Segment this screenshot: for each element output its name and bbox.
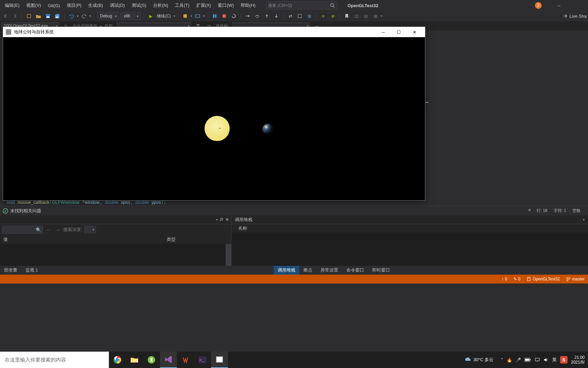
notification-badge[interactable]: 2	[535, 2, 542, 9]
scroll-left-icon[interactable]: ◀	[528, 208, 530, 214]
taskbar-clock[interactable]: 21:00 2021/8/	[571, 355, 585, 365]
bookmark-icon[interactable]	[343, 12, 351, 20]
redo-icon[interactable]	[80, 12, 88, 20]
col-type[interactable]: 类型	[167, 236, 176, 243]
menu-project[interactable]: 项目(P)	[63, 0, 85, 11]
tray-app-icon[interactable]: 🔥	[507, 357, 512, 363]
tray-network-icon[interactable]	[535, 357, 540, 362]
tab-callstack[interactable]: 调用堆栈	[274, 266, 299, 275]
save-icon[interactable]	[44, 12, 52, 20]
minimize-button[interactable]: ─	[375, 27, 391, 37]
sogou-ime-icon[interactable]: S	[560, 356, 568, 364]
tool-icon[interactable]: ⇄	[286, 12, 294, 20]
continue-button[interactable]: ▶	[147, 12, 155, 20]
undo-icon[interactable]	[67, 12, 76, 20]
pause-icon[interactable]	[211, 12, 219, 20]
tool-icon[interactable]	[194, 12, 202, 20]
tool-icon[interactable]	[181, 12, 189, 20]
menu-test[interactable]: 测试(S)	[128, 0, 150, 11]
taskbar-opengl-app[interactable]	[211, 352, 228, 368]
menu-build[interactable]: 生成(B)	[85, 0, 106, 11]
vs-minimize-button[interactable]: ─	[552, 0, 566, 11]
menu-window[interactable]: 窗口(W)	[214, 0, 237, 11]
tray-battery-icon[interactable]	[524, 358, 531, 362]
taskbar-terminal[interactable]: >_	[194, 352, 211, 368]
dropdown-icon[interactable]: ▾	[77, 14, 79, 18]
dropdown-icon[interactable]: ▾	[89, 14, 91, 18]
tray-mic-icon[interactable]: 🎤	[516, 357, 521, 363]
svg-rect-6	[55, 15, 59, 18]
pin-icon[interactable]: ⚲	[218, 217, 225, 223]
col-name[interactable]: 名称	[238, 225, 247, 231]
uncomment-icon[interactable]: ≢	[329, 12, 337, 20]
menu-git[interactable]: Git(G)	[45, 1, 63, 10]
menu-debug[interactable]: 调试(D)	[107, 0, 128, 11]
tray-chevron-icon[interactable]: ˄	[501, 357, 503, 363]
dropdown-icon[interactable]: ▾	[381, 14, 382, 18]
dropdown-icon[interactable]: ▾	[203, 14, 205, 18]
stop-icon[interactable]	[220, 12, 228, 20]
menu-help[interactable]: 帮助(H)	[237, 0, 259, 11]
tool-icon[interactable]	[296, 12, 304, 20]
menu-tools[interactable]: 工具(T)	[172, 0, 193, 11]
ime-indicator[interactable]: 英	[552, 357, 557, 363]
menu-view[interactable]: 视图(V)	[23, 0, 44, 11]
nav-fwd-icon[interactable]	[11, 12, 19, 20]
pending-edit[interactable]: ✎ 0	[513, 277, 521, 281]
step-out-icon[interactable]	[263, 12, 271, 20]
step-over-icon[interactable]	[253, 12, 261, 20]
panel-search-input[interactable]: 🔍	[2, 226, 43, 234]
dropdown-icon[interactable]: ▾	[191, 14, 192, 18]
next-result-icon[interactable]: →	[54, 227, 61, 232]
close-icon[interactable]: ✕	[225, 217, 229, 222]
tool-icon[interactable]: ⊞	[371, 12, 379, 20]
tab-breakpoints[interactable]: 断点	[299, 266, 316, 275]
publish-up[interactable]: ↑ 0	[502, 277, 507, 281]
taskbar-app3[interactable]	[143, 352, 160, 368]
taskbar-wps[interactable]	[177, 352, 194, 368]
tool-icon[interactable]: ⊞	[305, 12, 313, 20]
svg-point-17	[569, 277, 570, 279]
platform-dropdown[interactable]: x86	[120, 12, 141, 20]
tool-icon[interactable]: ⊡	[352, 12, 360, 20]
opengl-titlebar[interactable]: 地球公转与自转系统 ─ ☐ ✕	[3, 27, 425, 37]
global-search[interactable]: 搜索 (Ctrl+Q)	[266, 1, 337, 10]
svg-point-0	[331, 4, 334, 7]
config-dropdown[interactable]: Debug	[97, 12, 119, 20]
menu-extensions[interactable]: 扩展(X)	[193, 0, 214, 11]
menu-edit[interactable]: 编辑(E)	[1, 0, 23, 11]
live-share-button[interactable]: Live Sha	[562, 13, 587, 19]
step-into-icon[interactable]	[244, 12, 252, 20]
opengl-canvas[interactable]	[3, 37, 425, 200]
tool-icon[interactable]: ⊟	[362, 12, 370, 20]
open-icon[interactable]	[34, 12, 43, 20]
nav-back-icon[interactable]	[1, 12, 10, 20]
restart-icon[interactable]	[230, 12, 238, 20]
tray-volume-icon[interactable]	[543, 357, 549, 362]
dropdown-icon[interactable]: ▾	[174, 14, 175, 18]
taskbar-chrome[interactable]	[109, 352, 126, 368]
tab-locals[interactable]: 部变量	[0, 266, 21, 275]
save-all-icon[interactable]	[53, 12, 62, 20]
new-item-icon[interactable]	[25, 12, 33, 20]
tab-watch[interactable]: 监视 1	[21, 266, 42, 275]
comment-icon[interactable]: ≡	[319, 12, 327, 20]
weather-widget[interactable]: 30°C 多云	[464, 357, 493, 363]
col-value[interactable]: 值	[3, 236, 65, 243]
close-button[interactable]: ✕	[407, 27, 422, 37]
menu-analyze[interactable]: 分析(N)	[150, 0, 172, 11]
tab-exception[interactable]: 异常设置	[316, 266, 342, 275]
branch-indicator[interactable]: master	[566, 277, 585, 281]
dropdown-icon[interactable]: ▾	[583, 218, 585, 221]
repo-indicator[interactable]: OpenGLTest32	[526, 277, 560, 281]
step-icon[interactable]	[272, 12, 280, 20]
prev-result-icon[interactable]: ←	[45, 227, 52, 232]
dropdown-icon[interactable]: ▾	[216, 218, 218, 221]
maximize-button[interactable]: ☐	[391, 27, 407, 37]
taskbar-explorer[interactable]	[126, 352, 143, 368]
depth-dropdown[interactable]	[84, 226, 96, 233]
tab-immediate[interactable]: 即时窗口	[368, 266, 394, 275]
taskbar-visualstudio[interactable]	[160, 352, 177, 368]
taskbar-search[interactable]: 在这里输入你要搜索的内容	[0, 352, 109, 368]
tab-command[interactable]: 命令窗口	[342, 266, 368, 275]
